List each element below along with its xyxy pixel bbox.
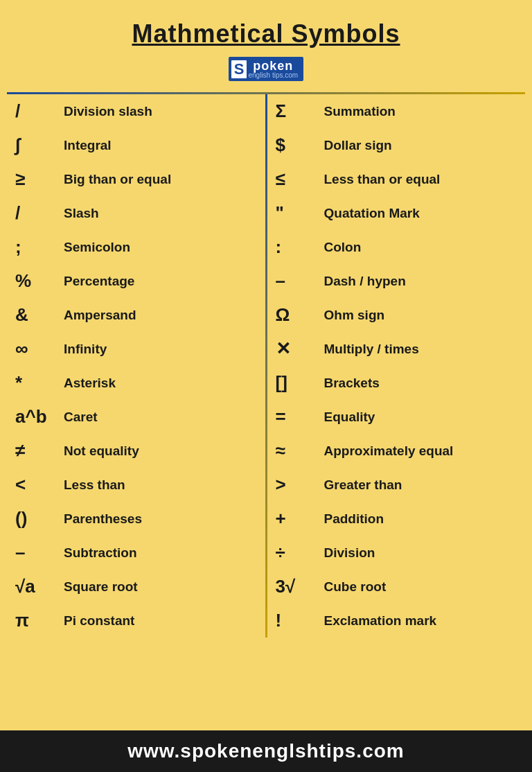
symbol-char: * xyxy=(15,372,64,394)
table-row: ✕ Multiply / times xyxy=(273,332,520,366)
symbol-name: Exclamation mark xyxy=(324,613,517,629)
symbol-char: / xyxy=(15,100,64,122)
footer-url: www.spokenenglshtips.com xyxy=(127,740,404,762)
symbol-char: [] xyxy=(276,372,324,394)
brand-text: poken xyxy=(253,59,293,73)
table-row: * Asterisk xyxy=(12,366,260,400)
symbol-name: Semicolon xyxy=(64,240,257,255)
table-row: Σ Summation xyxy=(273,94,520,128)
symbol-char: √a xyxy=(15,576,64,597)
table-row: ≤ Less than or equal xyxy=(273,162,520,196)
symbol-char: ! xyxy=(276,610,324,631)
symbol-char: : xyxy=(276,236,324,258)
symbol-char: 3√ xyxy=(276,576,324,597)
symbol-name: Square root xyxy=(64,579,257,595)
symbol-name: Division xyxy=(324,545,517,561)
symbol-char: ✕ xyxy=(276,338,324,360)
table-row: + Paddition xyxy=(273,502,520,536)
symbol-name: Parentheses xyxy=(64,511,257,527)
symbol-char: " xyxy=(276,202,324,224)
symbol-name: Equality xyxy=(324,410,517,425)
table-row: ≈ Approximately equal xyxy=(273,434,520,468)
table-row: $ Dollar sign xyxy=(273,128,520,162)
symbol-char: + xyxy=(276,508,324,529)
symbol-name: Multiply / times xyxy=(324,342,517,357)
table-row: Ω Ohm sign xyxy=(273,298,520,332)
symbol-name: Slash xyxy=(64,206,257,221)
symbol-char: ≈ xyxy=(276,440,324,462)
symbol-char: ≥ xyxy=(15,168,64,190)
symbol-char: Ω xyxy=(276,304,324,326)
table-row: – Dash / hypen xyxy=(273,264,520,298)
symbol-char: ÷ xyxy=(276,542,324,563)
table-row: – Subtraction xyxy=(12,536,260,570)
table-row: " Quatation Mark xyxy=(273,196,520,230)
symbol-char: π xyxy=(15,610,64,631)
symbol-char: Σ xyxy=(276,100,324,122)
table-row: = Equality xyxy=(273,400,520,434)
table-row: & Ampersand xyxy=(12,298,260,332)
symbol-name: Cube root xyxy=(324,579,517,595)
table-row: ∞ Infinity xyxy=(12,332,260,366)
table-row: √a Square root xyxy=(12,570,260,604)
symbol-char: ≤ xyxy=(276,168,324,190)
symbol-name: Quatation Mark xyxy=(324,206,517,221)
symbol-char: $ xyxy=(276,134,324,156)
table-row: < Less than xyxy=(12,468,260,502)
symbol-name: Infinity xyxy=(64,342,257,357)
table-row: 3√ Cube root xyxy=(273,570,520,604)
right-column: Σ Summation $ Dollar sign ≤ Less than or… xyxy=(267,94,526,638)
main-content: Mathmetical Symbols S poken english tips… xyxy=(0,0,532,726)
symbol-name: Percentage xyxy=(64,274,257,289)
table-row: ≥ Big than or equal xyxy=(12,162,260,196)
table-row: : Colon xyxy=(273,230,520,264)
table-row: ! Exclamation mark xyxy=(273,604,520,638)
footer: www.spokenenglshtips.com xyxy=(0,730,532,772)
table-row: > Greater than xyxy=(273,468,520,502)
table-row: [] Brackets xyxy=(273,366,520,400)
brand-s-letter: S xyxy=(231,60,247,78)
brand-logo: S poken english tips.com xyxy=(229,57,303,81)
brand-sub: english tips.com xyxy=(248,71,298,79)
table-row: () Parentheses xyxy=(12,502,260,536)
table-row: ÷ Division xyxy=(273,536,520,570)
symbol-char: () xyxy=(15,508,64,529)
symbol-char: > xyxy=(276,474,324,495)
symbol-name: Greater than xyxy=(324,477,517,493)
table-row: ∫ Integral xyxy=(12,128,260,162)
symbol-name: Brackets xyxy=(324,376,517,391)
symbol-name: Summation xyxy=(324,104,517,119)
symbol-name: Approximately equal xyxy=(324,444,517,459)
symbol-name: Ampersand xyxy=(64,308,257,323)
table-row: ≠ Not equality xyxy=(12,434,260,468)
symbol-char: ; xyxy=(15,236,64,258)
symbol-name: Asterisk xyxy=(64,376,257,391)
left-column: / Division slash ∫ Integral ≥ Big than o… xyxy=(7,94,265,638)
symbol-name: Integral xyxy=(64,138,257,153)
symbol-name: Division slash xyxy=(64,104,257,119)
title-section: Mathmetical Symbols S poken english tips… xyxy=(7,7,525,85)
symbol-char: / xyxy=(15,202,64,224)
table-row: / Division slash xyxy=(12,94,260,128)
symbol-name: Ohm sign xyxy=(324,308,517,323)
symbol-name: Less than or equal xyxy=(324,172,517,187)
symbol-name: Not equality xyxy=(64,444,257,459)
symbol-name: Dollar sign xyxy=(324,138,517,153)
symbol-name: Big than or equal xyxy=(64,172,257,187)
symbol-name: Less than xyxy=(64,477,257,493)
symbol-char: ≠ xyxy=(15,440,64,462)
main-title: Mathmetical Symbols xyxy=(7,19,525,49)
symbol-char: ∫ xyxy=(15,134,64,156)
table-row: ; Semicolon xyxy=(12,230,260,264)
symbol-char: % xyxy=(15,270,64,292)
symbol-char: – xyxy=(276,270,324,292)
symbol-char: = xyxy=(276,406,324,428)
symbol-char: ∞ xyxy=(15,338,64,360)
symbol-char: < xyxy=(15,474,64,495)
symbol-name: Dash / hypen xyxy=(324,274,517,289)
symbol-char: – xyxy=(15,542,64,563)
symbol-name: Paddition xyxy=(324,511,517,527)
table-row: a^b Caret xyxy=(12,400,260,434)
symbol-name: Colon xyxy=(324,240,517,255)
symbol-char: a^b xyxy=(15,406,64,428)
